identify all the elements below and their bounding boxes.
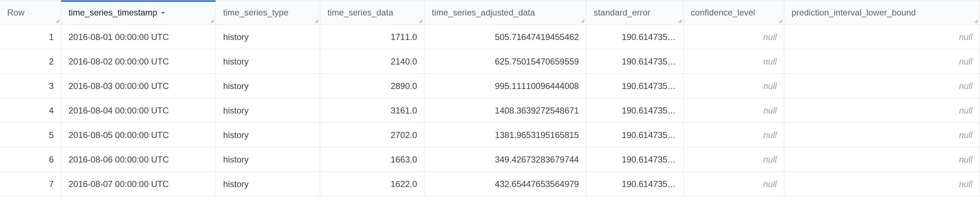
cell-row: 4 <box>0 98 61 123</box>
cell-time_series_timestamp: 2016-08-06 00:00:00 UTC <box>61 147 216 172</box>
column-header-prediction_interval_lower_bound[interactable]: prediction_interval_lower_bound <box>784 0 980 25</box>
column-resize-handle[interactable] <box>678 19 682 24</box>
column-label: time_series_type <box>223 8 288 18</box>
null-value: null <box>959 57 972 66</box>
header-row: Rowtime_series_timestamptime_series_type… <box>0 0 980 25</box>
cell-prediction_interval_lower_bound: null <box>784 98 980 123</box>
cell-time_series_type: history <box>216 25 320 50</box>
cell-time_series_adjusted_data: 349.42673283679744 <box>425 147 586 172</box>
sort-descending-icon <box>160 10 166 16</box>
column-header-time_series_type[interactable]: time_series_type <box>216 0 320 25</box>
cell-standard_error: 190.614735… <box>586 172 684 197</box>
cell-row: 2 <box>0 50 61 74</box>
cell-time_series_data: 2702.0 <box>320 123 425 147</box>
cell-time_series_adjusted_data: 505.71647419455462 <box>425 25 586 50</box>
cell-time_series_timestamp: 2016-08-02 00:00:00 UTC <box>61 50 216 74</box>
cell-confidence_level: null <box>684 98 784 123</box>
column-label: Row <box>7 8 24 18</box>
table-row[interactable]: 12016-08-01 00:00:00 UTChistory1711.0505… <box>0 25 980 50</box>
cell-time_series_adjusted_data: 1381.9653195165815 <box>425 123 586 147</box>
column-header-time_series_timestamp[interactable]: time_series_timestamp <box>61 0 216 25</box>
cell-row: 3 <box>0 74 61 98</box>
cell-confidence_level: null <box>684 123 784 147</box>
cell-row: 7 <box>0 172 61 197</box>
column-label: confidence_level <box>691 8 755 18</box>
cell-confidence_level: null <box>684 172 784 197</box>
column-header-time_series_data[interactable]: time_series_data <box>320 0 425 25</box>
null-value: null <box>764 106 777 115</box>
cell-row: 1 <box>0 25 61 50</box>
cell-prediction_interval_lower_bound: null <box>784 123 980 147</box>
column-label: standard_error <box>593 8 650 18</box>
cell-standard_error: 190.614735… <box>586 25 684 50</box>
cell-row: 5 <box>0 123 61 147</box>
table-row[interactable]: 42016-08-04 00:00:00 UTChistory3161.0140… <box>0 98 980 123</box>
cell-prediction_interval_lower_bound: null <box>784 172 980 197</box>
table-row[interactable]: 72016-08-07 00:00:00 UTChistory1622.0432… <box>0 172 980 197</box>
column-resize-handle[interactable] <box>580 19 585 24</box>
cell-time_series_timestamp: 2016-08-07 00:00:00 UTC <box>61 172 216 197</box>
cell-time_series_adjusted_data: 1408.3639272548671 <box>425 98 586 123</box>
cell-standard_error: 190.614735… <box>586 147 684 172</box>
column-label: time_series_timestamp <box>68 8 157 18</box>
cell-time_series_timestamp: 2016-08-03 00:00:00 UTC <box>61 74 216 98</box>
cell-time_series_type: history <box>216 50 320 74</box>
null-value: null <box>764 57 777 66</box>
cell-confidence_level: null <box>684 25 784 50</box>
table-row[interactable]: 22016-08-02 00:00:00 UTChistory2140.0625… <box>0 50 980 74</box>
null-value: null <box>764 81 777 91</box>
column-header-confidence_level[interactable]: confidence_level <box>684 0 784 25</box>
cell-standard_error: 190.614735… <box>586 98 684 123</box>
table-row[interactable]: 52016-08-05 00:00:00 UTChistory2702.0138… <box>0 123 980 147</box>
cell-time_series_data: 3161.0 <box>320 98 425 123</box>
column-label: time_series_adjusted_data <box>432 8 535 18</box>
null-value: null <box>959 155 972 164</box>
cell-prediction_interval_lower_bound: null <box>784 147 980 172</box>
cell-confidence_level: null <box>684 147 784 172</box>
results-table: Rowtime_series_timestamptime_series_type… <box>0 0 980 197</box>
cell-time_series_adjusted_data: 625.75015470659559 <box>425 50 586 74</box>
table-body: 12016-08-01 00:00:00 UTChistory1711.0505… <box>0 25 980 197</box>
column-header-standard_error[interactable]: standard_error <box>586 0 684 25</box>
cell-prediction_interval_lower_bound: null <box>784 25 980 50</box>
cell-confidence_level: null <box>684 50 784 74</box>
cell-time_series_data: 2890.0 <box>320 74 425 98</box>
column-resize-handle[interactable] <box>55 19 60 24</box>
cell-time_series_timestamp: 2016-08-05 00:00:00 UTC <box>61 123 216 147</box>
cell-time_series_data: 1711.0 <box>320 25 425 50</box>
cell-time_series_type: history <box>216 123 320 147</box>
column-label: time_series_data <box>328 8 393 18</box>
cell-time_series_type: history <box>216 98 320 123</box>
cell-time_series_timestamp: 2016-08-01 00:00:00 UTC <box>61 25 216 50</box>
cell-time_series_data: 1663.0 <box>320 147 425 172</box>
column-header-time_series_adjusted_data[interactable]: time_series_adjusted_data <box>425 0 586 25</box>
table-header: Rowtime_series_timestamptime_series_type… <box>0 0 980 25</box>
null-value: null <box>764 155 777 164</box>
cell-time_series_type: history <box>216 172 320 197</box>
column-header-row[interactable]: Row <box>0 0 61 25</box>
null-value: null <box>959 130 972 140</box>
column-resize-handle[interactable] <box>974 19 979 24</box>
column-resize-handle[interactable] <box>314 19 319 24</box>
cell-standard_error: 190.614735… <box>586 74 684 98</box>
cell-prediction_interval_lower_bound: null <box>784 50 980 74</box>
cell-time_series_adjusted_data: 432.65447653564979 <box>425 172 586 197</box>
table-row[interactable]: 32016-08-03 00:00:00 UTChistory2890.0995… <box>0 74 980 98</box>
null-value: null <box>959 179 972 189</box>
column-resize-handle[interactable] <box>778 19 783 24</box>
cell-row: 6 <box>0 147 61 172</box>
cell-time_series_data: 1622.0 <box>320 172 425 197</box>
cell-time_series_adjusted_data: 995.11110096444008 <box>425 74 586 98</box>
cell-time_series_type: history <box>216 74 320 98</box>
null-value: null <box>959 32 972 42</box>
cell-prediction_interval_lower_bound: null <box>784 74 980 98</box>
cell-confidence_level: null <box>684 74 784 98</box>
null-value: null <box>959 81 972 91</box>
table-row[interactable]: 62016-08-06 00:00:00 UTChistory1663.0349… <box>0 147 980 172</box>
null-value: null <box>764 32 777 42</box>
null-value: null <box>764 130 777 140</box>
column-resize-handle[interactable] <box>210 19 215 24</box>
cell-standard_error: 190.614735… <box>586 50 684 74</box>
cell-standard_error: 190.614735… <box>586 123 684 147</box>
column-resize-handle[interactable] <box>418 19 423 24</box>
